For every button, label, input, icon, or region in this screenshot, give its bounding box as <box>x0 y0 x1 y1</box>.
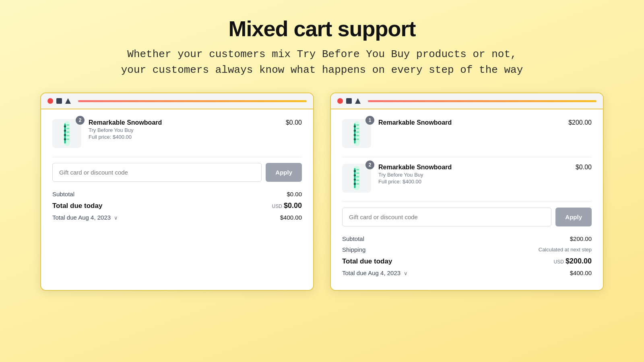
total-today-row-left: Total due today USD$0.00 <box>52 202 302 210</box>
product-price-right-1: $200.00 <box>564 119 592 126</box>
svg-rect-32 <box>356 183 359 185</box>
total-today-label-left: Total due today <box>52 202 102 210</box>
product-info-left: Remarkable Snowboard Try Before You Buy … <box>89 119 281 140</box>
product-image-wrap-right-2: 2 <box>342 164 371 193</box>
svg-rect-21 <box>356 138 359 140</box>
product-price-right-2: $0.00 <box>571 164 592 171</box>
product-image-wrap-left: 2 <box>52 119 81 148</box>
page: Mixed cart support Whether your customer… <box>0 0 644 362</box>
product-item-right-1: 1 Remarkable Snowboard $200.00 <box>342 119 592 148</box>
dot-red-right <box>337 98 343 104</box>
svg-point-16 <box>354 138 356 140</box>
total-today-value-left: USD$0.00 <box>272 202 302 210</box>
browser-window-left: 2 Remarkable Snowboard Try Before You Bu… <box>40 93 314 291</box>
titlebar-right <box>331 93 603 109</box>
total-later-value-right: $400.00 <box>570 269 592 276</box>
apply-button-left[interactable]: Apply <box>266 163 302 182</box>
subtotal-value-right: $200.00 <box>570 235 592 242</box>
product-info-right-2: Remarkable Snowboard Try Before You Buy … <box>378 164 571 185</box>
product-separator-right <box>342 157 592 157</box>
product-full-price-left: Full price: $400.00 <box>89 134 281 140</box>
svg-rect-7 <box>66 128 69 130</box>
dot-triangle-right <box>355 98 361 104</box>
product-price-left: $0.00 <box>281 119 302 126</box>
discount-row-left: Apply <box>52 163 302 182</box>
product-item-left: 2 Remarkable Snowboard Try Before You Bu… <box>52 119 302 148</box>
subtotal-row-left: Subtotal $0.00 <box>52 191 302 197</box>
svg-point-24 <box>354 170 356 172</box>
svg-rect-30 <box>356 176 359 178</box>
total-later-label-left: Total due Aug 4, 2023 ∨ <box>52 214 118 221</box>
product-item-right-2: 2 Remarkable Snowboard Try Before You Bu… <box>342 164 592 193</box>
chevron-icon-left: ∨ <box>114 215 118 221</box>
product-badge-left: 2 <box>76 116 85 125</box>
browser-content-left: 2 Remarkable Snowboard Try Before You Bu… <box>41 109 313 234</box>
browser-content-right: 1 Remarkable Snowboard $200.00 <box>331 109 603 290</box>
product-name-left: Remarkable Snowboard <box>89 119 281 126</box>
dot-square-left <box>56 98 62 104</box>
total-today-row-right: Total due today USD$200.00 <box>342 257 592 265</box>
product-tag-left: Try Before You Buy <box>89 127 281 133</box>
subtotal-row-right: Subtotal $200.00 <box>342 235 592 242</box>
browser-window-right: 1 Remarkable Snowboard $200.00 <box>330 93 604 291</box>
svg-point-3 <box>64 130 66 132</box>
discount-input-right[interactable] <box>342 208 551 226</box>
titlebar-left <box>41 93 313 109</box>
svg-point-4 <box>64 134 66 136</box>
product-image-wrap-right-1: 1 <box>342 119 371 148</box>
total-later-row-right: Total due Aug 4, 2023 ∨ $400.00 <box>342 269 592 276</box>
product-name-right-1: Remarkable Snowboard <box>378 119 564 126</box>
svg-point-27 <box>354 183 356 185</box>
totals-right: Subtotal $200.00 Shipping Calculated at … <box>342 235 592 276</box>
svg-point-15 <box>354 134 356 136</box>
snowboard-image-right-2 <box>346 165 367 191</box>
svg-rect-28 <box>356 169 359 171</box>
svg-rect-8 <box>66 132 69 133</box>
product-badge-right-2: 2 <box>365 160 374 169</box>
total-later-label-right: Total due Aug 4, 2023 ∨ <box>342 269 408 276</box>
svg-rect-31 <box>356 180 359 181</box>
page-title: Mixed cart support <box>121 16 523 41</box>
subtotal-label-left: Subtotal <box>52 191 74 197</box>
usd-label-left: USD <box>272 204 282 209</box>
subtotal-label-right: Subtotal <box>342 235 364 242</box>
divider-right-1 <box>342 202 592 202</box>
svg-rect-9 <box>66 135 69 137</box>
total-later-row-left: Total due Aug 4, 2023 ∨ $400.00 <box>52 214 302 221</box>
svg-rect-20 <box>356 135 359 137</box>
apply-button-right[interactable]: Apply <box>555 208 592 226</box>
subtitle-line1: Whether your customers mix Try Before Yo… <box>127 48 516 60</box>
svg-rect-19 <box>356 132 359 133</box>
subtotal-value-left: $0.00 <box>287 191 302 197</box>
svg-rect-17 <box>356 124 359 126</box>
titlebar-line-left <box>78 100 307 102</box>
product-tag-right-2: Try Before You Buy <box>378 172 571 178</box>
subtitle: Whether your customers mix Try Before Yo… <box>121 47 523 78</box>
svg-rect-29 <box>356 173 359 174</box>
shipping-row-right: Shipping Calculated at next step <box>342 246 592 253</box>
total-today-value-right: USD$200.00 <box>554 257 592 265</box>
discount-input-left[interactable] <box>52 163 262 182</box>
product-info-right-1: Remarkable Snowboard <box>378 119 564 127</box>
svg-point-26 <box>354 179 356 181</box>
total-later-value-left: $400.00 <box>280 214 302 221</box>
svg-point-25 <box>354 174 356 176</box>
usd-label-right: USD <box>554 259 564 265</box>
header-section: Mixed cart support Whether your customer… <box>121 16 523 78</box>
chevron-icon-right: ∨ <box>404 270 408 276</box>
dot-red-left <box>47 98 53 104</box>
dot-square-right <box>346 98 352 104</box>
divider-left-1 <box>52 157 302 157</box>
svg-point-14 <box>354 130 356 132</box>
svg-rect-6 <box>66 124 69 126</box>
product-badge-right-1: 1 <box>365 116 374 125</box>
svg-rect-18 <box>356 128 359 130</box>
product-name-right-2: Remarkable Snowboard <box>378 164 571 171</box>
dot-triangle-left <box>65 98 71 104</box>
shipping-label-right: Shipping <box>342 246 365 253</box>
svg-point-5 <box>64 138 66 140</box>
snowboard-image-left <box>56 121 78 146</box>
shipping-value-right: Calculated at next step <box>539 247 592 253</box>
totals-left: Subtotal $0.00 Total due today USD$0.00 … <box>52 191 302 221</box>
snowboard-image-right-1 <box>346 121 367 146</box>
